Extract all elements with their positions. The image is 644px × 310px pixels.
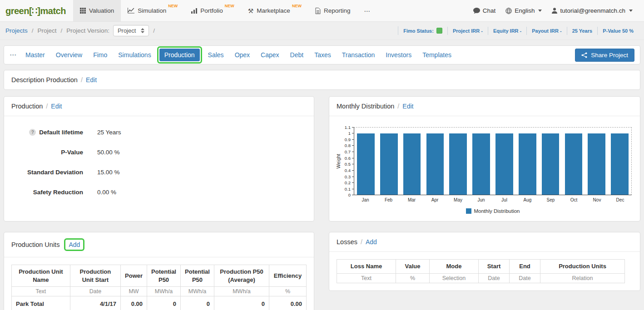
language-menu[interactable]: English: [500, 7, 547, 14]
share-project-button[interactable]: Share Project: [575, 49, 634, 62]
tab-debt[interactable]: Debt: [285, 49, 309, 61]
field-row: P-Value50.00 %: [11, 149, 307, 156]
losses-add-link[interactable]: Add: [366, 238, 377, 246]
legend-item: Monthly Distribution: [466, 208, 520, 214]
chart-plot-column: JanFebMarAprMayJunJulAugSepOctNovDec Mon…: [354, 127, 632, 214]
field-label-text: Default lifetime: [39, 129, 83, 136]
bar-slot: [446, 128, 470, 195]
column-unit: Relation: [540, 273, 625, 283]
production-units-table-body: Production Unit NameProduction Unit Star…: [4, 257, 314, 310]
panel-title: Losses: [337, 238, 357, 246]
tab-master[interactable]: Master: [20, 49, 50, 61]
y-tick-label: 0.9: [345, 137, 351, 142]
nav-item-valuation[interactable]: Valuation: [73, 0, 121, 21]
production-units-add-link[interactable]: Add: [66, 241, 82, 249]
x-tick-label: Nov: [585, 197, 609, 202]
grid-icon: [80, 8, 86, 14]
tab-taxes[interactable]: Taxes: [309, 49, 336, 61]
document-icon: [315, 8, 321, 14]
chart-bar: [380, 133, 398, 195]
status-item-payoutirr[interactable]: Payout IRR -: [526, 27, 566, 35]
column-unit: MWh/a: [147, 287, 181, 296]
column-header: Start: [479, 260, 510, 274]
project-version-value: Project: [118, 27, 136, 34]
production-panel: Production / Edit ?Default lifetime25 Ye…: [4, 96, 314, 221]
tab-production[interactable]: Production: [159, 49, 200, 61]
main-content: Production / Edit ?Default lifetime25 Ye…: [4, 96, 640, 310]
table-header-row: Production Unit NameProduction Unit Star…: [12, 265, 307, 287]
chart-bar: [449, 133, 467, 195]
tab-transaction[interactable]: Transaction: [337, 49, 380, 61]
tab-overview[interactable]: Overview: [51, 49, 87, 61]
breadcrumb-version-label: Project Version:: [66, 27, 109, 34]
status-item-pvalue50[interactable]: P-Value 50 %: [597, 27, 639, 35]
status-item-25years[interactable]: 25 Years: [567, 27, 597, 35]
field-label: P-Value: [11, 149, 83, 156]
tab-fimo[interactable]: Fimo: [88, 49, 112, 61]
status-item-equityirr[interactable]: Equity IRR -: [488, 27, 526, 35]
tab-simulations[interactable]: Simulations: [113, 49, 156, 61]
breadcrumb-separator: /: [61, 27, 63, 34]
table-units-row: TextDateMWMWh/aMWh/aMWh/a%: [12, 287, 307, 296]
header-separator: /: [81, 76, 83, 84]
status-item-projectirr[interactable]: Project IRR -: [447, 27, 488, 35]
table-cell: 0: [214, 296, 269, 310]
new-badge: NEW: [225, 4, 234, 8]
chart-yaxis: 1.110.90.80.70.60.50.40.30.20.10: [342, 127, 354, 195]
column-header: Value: [396, 260, 430, 274]
nav-item-reporting[interactable]: Reporting: [308, 0, 357, 21]
column-header: Mode: [430, 260, 479, 274]
nav-item-label: Simulation: [138, 7, 166, 14]
column-unit: %: [269, 287, 307, 296]
losses-table-body: Loss NameValueModeStartEndProduction Uni…: [329, 252, 640, 290]
chart-area: Weight 1.110.90.80.70.60.50.40.30.20.10 …: [335, 127, 632, 214]
nav-item-portfolio[interactable]: PortfolioNEW: [184, 0, 241, 21]
column-unit: Date: [510, 273, 540, 283]
greenmatch-app: green[∷]match ValuationSimulationNEWPort…: [0, 0, 644, 310]
bar-slot: [470, 128, 493, 195]
nav-item-marketplace[interactable]: ⚒MarketplaceNEW: [241, 0, 308, 21]
tab-investors[interactable]: Investors: [381, 49, 416, 61]
x-tick-label: Sep: [539, 197, 562, 202]
production-edit-link[interactable]: Edit: [51, 103, 62, 110]
x-tick-label: Jun: [470, 197, 493, 202]
tabs-more-button[interactable]: ⋯: [10, 51, 17, 59]
account-menu[interactable]: tutorial@greenmatch.ch: [547, 7, 638, 14]
description-edit-link[interactable]: Edit: [86, 76, 97, 84]
field-label-text: P-Value: [61, 149, 83, 156]
field-row: Standard Deviation15.00 %: [11, 169, 307, 176]
losses-panel: Losses / Add Loss NameValueModeStartEndP…: [329, 232, 640, 291]
breadcrumb-separator: /: [153, 27, 155, 34]
field-value: 50.00 %: [97, 149, 120, 156]
monthly-distribution-edit-link[interactable]: Edit: [402, 103, 413, 110]
bar-slot: [608, 128, 631, 195]
column-header: Production Unit Start: [70, 265, 120, 287]
bar-slot: [516, 128, 539, 195]
table-units-row: Text%SelectionDateDateRelation: [337, 273, 625, 283]
nav-item-more[interactable]: ⋯: [357, 0, 377, 21]
help-icon[interactable]: ?: [29, 129, 36, 136]
tab-opex[interactable]: Opex: [230, 49, 255, 61]
nav-item-simulation[interactable]: SimulationNEW: [121, 0, 184, 21]
x-tick-label: Mar: [400, 197, 423, 202]
tab-sales[interactable]: Sales: [203, 49, 229, 61]
y-tick-label: 0.4: [345, 168, 351, 173]
chat-link[interactable]: Chat: [468, 7, 501, 14]
nav-item-label: Reporting: [324, 7, 351, 14]
header-separator: /: [397, 103, 399, 110]
project-version-select[interactable]: Project: [113, 25, 149, 36]
breadcrumb-projects-link[interactable]: Projects: [5, 27, 28, 34]
field-label: ?Default lifetime: [11, 129, 83, 136]
app-logo[interactable]: green[∷]match: [0, 0, 73, 21]
new-badge: NEW: [168, 4, 178, 8]
tab-templates[interactable]: Templates: [417, 49, 456, 61]
column-unit: MWh/a: [214, 287, 269, 296]
chart-bar: [403, 133, 421, 195]
main-nav: ValuationSimulationNEWPortfolioNEW⚒Marke…: [73, 0, 377, 21]
tools-icon: ⚒: [248, 8, 254, 14]
description-production-panel: Description Production / Edit: [4, 70, 640, 90]
select-caret-icon: [141, 28, 144, 33]
tab-capex[interactable]: Capex: [256, 49, 284, 61]
x-tick-label: Dec: [609, 197, 632, 202]
fimo-status[interactable]: Fimo Status:: [398, 26, 447, 35]
